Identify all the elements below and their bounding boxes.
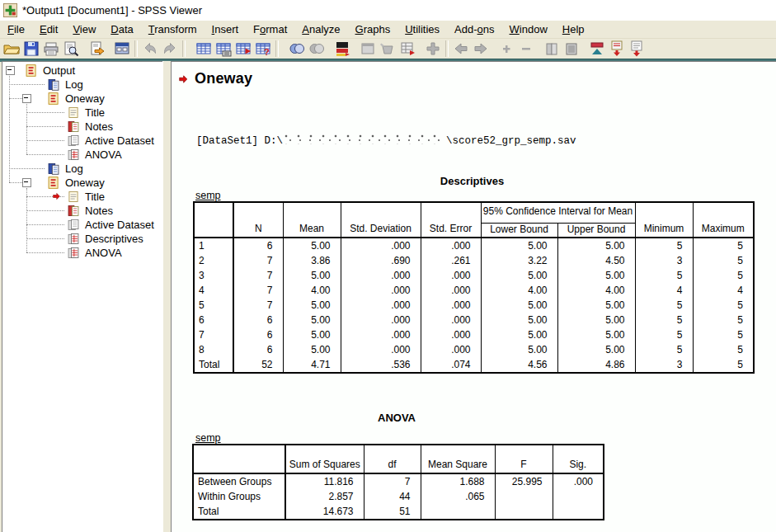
menu-window[interactable]: Window — [502, 21, 555, 37]
goto-case-icon[interactable] — [214, 40, 233, 58]
menu-help[interactable]: Help — [555, 21, 592, 37]
cell-value: 5.00 — [557, 342, 635, 357]
menu-file[interactable]: File — [0, 21, 32, 37]
goto-data-icon[interactable] — [194, 40, 214, 58]
redo-icon — [160, 40, 180, 58]
show-hide-icon[interactable] — [587, 40, 607, 58]
cell-value: 7 — [233, 283, 283, 298]
cell-value — [495, 504, 553, 519]
save-icon[interactable] — [21, 40, 41, 58]
cell-value: .000 — [341, 298, 421, 313]
insert-plus-icon — [423, 40, 443, 58]
cell-value: 14.673 — [285, 504, 364, 519]
descriptives-row: 1 65.00.000.0005.005.0055 — [195, 238, 753, 253]
run-script-icon[interactable] — [332, 40, 352, 58]
dataset-icon — [66, 218, 81, 232]
split-file-icon — [307, 40, 327, 58]
tree-item-active-dataset[interactable]: Active Dataset — [66, 218, 156, 232]
menu-view[interactable]: View — [65, 21, 103, 37]
tree-expander-collapse-icon[interactable] — [22, 94, 31, 103]
tree-item-label: Oneway — [63, 92, 106, 105]
cell-value: 52 — [233, 357, 283, 372]
tree-expander-collapse-icon[interactable] — [6, 66, 15, 75]
menu-graphs[interactable]: Graphs — [348, 21, 398, 37]
menu-utilities[interactable]: Utilities — [397, 21, 447, 37]
toolbar-separator — [445, 40, 449, 57]
cell-value: .000 — [553, 473, 603, 489]
variable-info-icon[interactable]: ? — [253, 40, 273, 58]
cell-value: 6 — [233, 327, 283, 342]
tree-item-notes[interactable]: Notes — [66, 120, 115, 134]
menu-insert[interactable]: Insert — [205, 21, 247, 37]
select-output-icon — [378, 40, 397, 58]
dataset-path-line: [DataSet1] D:\\score52_grp_semp.sav — [196, 134, 576, 147]
tree-item-anova[interactable]: ANOVA — [66, 246, 124, 260]
cell-value: 4.56 — [481, 357, 557, 372]
export-icon[interactable] — [87, 40, 106, 58]
column-header: df — [364, 445, 421, 473]
use-sets-icon[interactable] — [287, 40, 307, 58]
tree-item-oneway[interactable]: Oneway — [46, 176, 106, 190]
output-icon — [46, 92, 61, 106]
insert-heading-icon[interactable] — [607, 40, 627, 58]
tree-item-descriptives[interactable]: Descriptives — [66, 232, 145, 246]
tree-guide-line — [9, 168, 45, 169]
toolbar: ? — [0, 39, 776, 59]
cell-value: .000 — [421, 238, 481, 253]
menu-add-ons[interactable]: Add-ons — [447, 21, 501, 37]
column-header: F — [495, 445, 553, 473]
designate-window-icon — [358, 40, 378, 58]
tree-item-label: ANOVA — [83, 247, 124, 259]
tree-item-title[interactable]: Title — [66, 106, 106, 120]
open-icon[interactable] — [2, 40, 21, 58]
print-icon[interactable] — [41, 40, 61, 58]
column-header: Std. Deviation — [341, 203, 421, 238]
anova-table[interactable]: Sum of SquaresdfMean SquareFSig. Between… — [192, 444, 604, 520]
tree-item-notes[interactable]: Notes — [66, 204, 115, 218]
tree-item-output[interactable]: Output — [24, 64, 77, 78]
insert-case-icon[interactable] — [397, 40, 417, 58]
tree-item-log[interactable]: Log — [46, 78, 85, 92]
cell-value: 1.688 — [421, 473, 495, 489]
insert-text-icon[interactable] — [627, 40, 647, 58]
notes-icon — [66, 204, 81, 218]
menu-transform[interactable]: Transform — [141, 21, 205, 37]
spss-viewer-window: *Output1 [Document1] - SPSS Viewer FileE… — [0, 0, 776, 532]
row-label: 2 — [195, 253, 233, 268]
print-preview-icon[interactable] — [61, 40, 81, 58]
cell-value: 5 — [693, 342, 753, 357]
cell-value: 5 — [693, 313, 753, 327]
variables-icon[interactable] — [233, 40, 253, 58]
menu-edit[interactable]: Edit — [32, 21, 65, 37]
tree-item-title[interactable]: Title — [66, 190, 106, 204]
cell-value: 7 — [233, 253, 283, 268]
menu-format[interactable]: Format — [246, 21, 294, 37]
cell-value: 4.00 — [283, 283, 341, 298]
tree-expander-collapse-icon[interactable] — [22, 178, 31, 187]
cell-value: 6 — [233, 342, 283, 357]
menu-analyze[interactable]: Analyze — [294, 21, 347, 37]
menu-data[interactable]: Data — [103, 21, 140, 37]
spss-logo-icon — [3, 3, 17, 17]
tree-item-active-dataset[interactable]: Active Dataset — [66, 134, 156, 148]
output-outline-tree: OutputLogOnewayTitleNotesActive DatasetA… — [2, 62, 162, 532]
toolbar-separator — [275, 40, 279, 57]
cell-value: 3 — [635, 253, 693, 268]
tree-item-log[interactable]: Log — [46, 162, 85, 176]
anova-row: Within Groups 2.85744.065 — [194, 489, 603, 504]
cell-value: 5 — [635, 268, 693, 283]
tree-guide-line — [26, 140, 64, 141]
tree-item-oneway[interactable]: Oneway — [46, 92, 106, 106]
tree-guide-line — [26, 112, 64, 113]
cell-value: 5 — [635, 238, 693, 253]
tree-guide-line — [9, 98, 22, 99]
descriptives-table[interactable]: N Mean Std. Deviation Std. Error 95% Con… — [193, 201, 755, 374]
cell-value: 4.00 — [481, 283, 557, 298]
cell-value: 3 — [635, 357, 693, 372]
cell-value: 5 — [693, 268, 753, 283]
tree-item-anova[interactable]: ANOVA — [66, 148, 124, 162]
cell-value: 5 — [693, 327, 753, 342]
cell-value: .000 — [341, 342, 421, 357]
tree-guide-line — [26, 154, 64, 155]
recall-dialogs-icon[interactable] — [112, 40, 132, 58]
